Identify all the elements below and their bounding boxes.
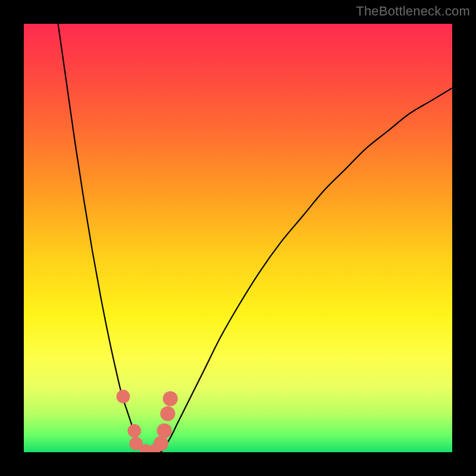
data-marker	[117, 390, 130, 403]
watermark-text: TheBottleneck.com	[356, 4, 470, 19]
data-marker	[163, 391, 178, 406]
data-marker	[157, 423, 172, 438]
data-marker	[160, 406, 175, 421]
curve-right-branch	[161, 88, 452, 452]
data-marker	[154, 436, 168, 451]
chart-frame: TheBottleneck.com	[0, 0, 476, 476]
data-markers	[117, 390, 178, 452]
data-marker	[127, 424, 141, 438]
chart-svg	[24, 24, 452, 452]
curve-left-branch	[58, 24, 144, 452]
plot-area	[24, 24, 452, 452]
